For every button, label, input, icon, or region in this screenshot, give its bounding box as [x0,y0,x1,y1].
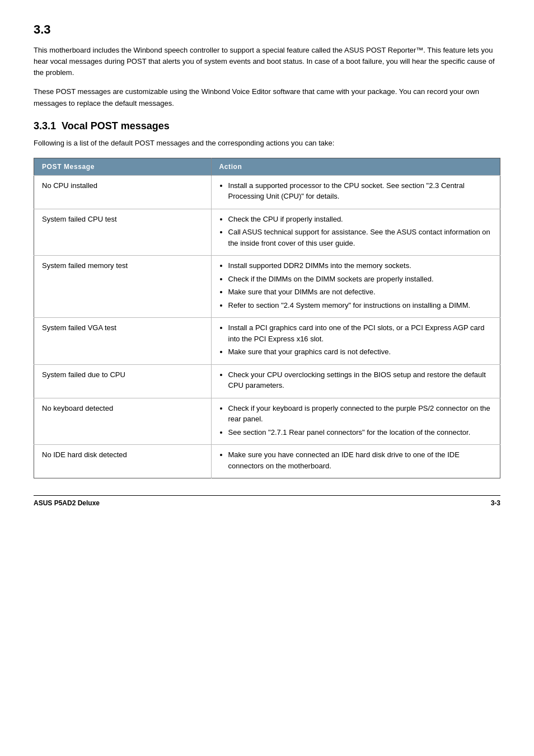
list-item: Check if the DIMMs on the DIMM sockets a… [228,274,492,285]
table-row: System failed memory testInstall support… [34,256,500,318]
post-message-cell: System failed CPU test [34,209,212,256]
list-item: Check if your keyboard is properly conne… [228,403,492,425]
list-item: Make sure that your DIMMs are not defect… [228,287,492,298]
table-row: No keyboard detectedCheck if your keyboa… [34,398,500,445]
list-item: Install a supported processor to the CPU… [228,180,492,202]
post-message-cell: System failed memory test [34,256,212,318]
table-row: No IDE hard disk detectedMake sure you h… [34,445,500,478]
post-message-cell: System failed due to CPU [34,364,212,398]
table-row: No CPU installedInstall a supported proc… [34,175,500,209]
footer-right: 3-3 [491,499,500,507]
table-row: System failed CPU testCheck the CPU if p… [34,209,500,256]
post-message-cell: No CPU installed [34,175,212,209]
action-cell: Check the CPU if properly installed.Call… [211,209,500,256]
section-title: 3.3 [34,22,500,37]
table-row: System failed VGA testInstall a PCI grap… [34,318,500,365]
action-cell: Install a PCI graphics card into one of … [211,318,500,365]
list-item: Call ASUS technical support for assistan… [228,227,492,248]
list-item: Make sure that your graphics card is not… [228,346,492,358]
intro-paragraph-1: This motherboard includes the Winbond sp… [34,45,500,78]
post-message-cell: System failed VGA test [34,318,212,365]
col-header-action: Action [211,158,500,175]
col-header-message: POST Message [34,158,212,175]
subsection-title: 3.3.1 Vocal POST messages [34,120,500,132]
footer-bar: ASUS P5AD2 Deluxe 3-3 [34,495,500,507]
action-cell: Make sure you have connected an IDE hard… [211,445,500,478]
table-body: No CPU installedInstall a supported proc… [34,175,500,478]
list-item: Check the CPU if properly installed. [228,214,492,225]
intro-paragraph-2: These POST messages are customizable usi… [34,86,500,109]
list-item: See section "2.7.1 Rear panel connectors… [228,427,492,438]
action-cell: Check your CPU overclocking settings in … [211,364,500,398]
action-cell: Install a supported processor to the CPU… [211,175,500,209]
post-messages-table: POST Message Action No CPU installedInst… [34,158,500,479]
post-message-cell: No keyboard detected [34,398,212,445]
table-header-row: POST Message Action [34,158,500,175]
post-message-cell: No IDE hard disk detected [34,445,212,478]
list-item: Install a PCI graphics card into one of … [228,322,492,344]
list-item: Install supported DDR2 DIMMs into the me… [228,260,492,271]
table-row: System failed due to CPUCheck your CPU o… [34,364,500,398]
action-cell: Install supported DDR2 DIMMs into the me… [211,256,500,318]
subsection-intro: Following is a list of the default POST … [34,138,500,149]
list-item: Make sure you have connected an IDE hard… [228,449,492,471]
list-item: Check your CPU overclocking settings in … [228,369,492,391]
footer-left: ASUS P5AD2 Deluxe [34,499,100,507]
action-cell: Check if your keyboard is properly conne… [211,398,500,445]
list-item: Refer to section "2.4 System memory" for… [228,300,492,311]
